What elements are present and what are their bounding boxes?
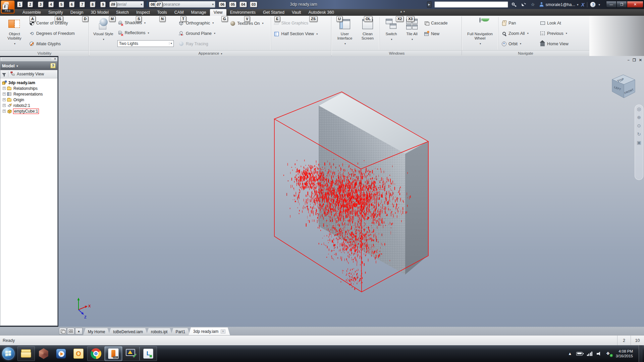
expand-plus-icon[interactable]: + xyxy=(3,98,6,101)
assembly-view-toggle[interactable]: Assembly View xyxy=(17,72,44,76)
user-account-button[interactable]: smorale1@ha... ▾ xyxy=(539,2,579,7)
view-cube[interactable]: TOP LEFT FRONT xyxy=(612,75,635,98)
browser-grip[interactable]: ✕ xyxy=(0,57,57,61)
tree-item[interactable]: + Origin xyxy=(1,97,57,103)
tree-item[interactable]: + Relationships xyxy=(1,85,57,91)
qat-button[interactable]: 4 xyxy=(48,1,55,8)
close-button[interactable]: ✕ xyxy=(627,1,643,8)
navbar-lookat-icon[interactable]: ▣ xyxy=(637,140,641,145)
object-visibility-button[interactable]: Object Visibility ▾ xyxy=(2,17,27,50)
look-at-button[interactable]: Look At xyxy=(540,20,587,26)
tab-cam[interactable]: CAM xyxy=(171,9,187,16)
new-window-button[interactable]: ✱ New xyxy=(424,31,460,37)
tab-design[interactable]: Design xyxy=(67,9,87,16)
application-menu-button[interactable]: PRO F xyxy=(1,0,15,14)
doc-minimize-icon[interactable]: – xyxy=(628,58,630,62)
tab-tobederived[interactable]: toBeDerived.iam xyxy=(108,328,148,335)
home-view-button[interactable]: Home View xyxy=(540,41,587,47)
tree-root-item[interactable]: 3dp ready.iam xyxy=(1,80,57,85)
qat-button[interactable]: 05 xyxy=(229,1,236,8)
ray-tracing-button[interactable]: Ray Tracing xyxy=(178,41,228,47)
zoom-all-button[interactable]: Zoom All▾ xyxy=(501,31,538,36)
degrees-of-freedom-button[interactable]: ⟲ Degrees of Freedom xyxy=(29,31,87,36)
appearance-browser-button[interactable]: 08 xyxy=(147,1,154,8)
imate-glyphs-button[interactable]: iMate Glyphs xyxy=(29,41,87,47)
tab-tools[interactable]: Tools xyxy=(154,9,171,16)
doc-close-icon[interactable]: ✕ xyxy=(639,58,642,62)
tab-3d-model[interactable]: 3D Model xyxy=(87,9,113,16)
qat-button[interactable]: 1 xyxy=(17,1,24,8)
tab-view[interactable]: View xyxy=(210,9,226,16)
tab-vault[interactable]: Vault xyxy=(288,9,305,16)
tile-all-button[interactable]: Tile All ▾ xyxy=(402,17,422,50)
minimize-button[interactable]: — xyxy=(606,1,616,8)
expand-arrow-icon[interactable]: ▶ xyxy=(427,1,432,8)
half-section-view-button[interactable]: Half Section View▾ xyxy=(274,31,329,37)
qat-button[interactable]: 03 xyxy=(250,1,257,8)
doc-restore-icon[interactable]: ❐ xyxy=(633,58,636,62)
satellite-dish-icon[interactable] xyxy=(520,2,527,8)
tab-robots[interactable]: robots.ipt xyxy=(146,328,172,335)
speaker-icon[interactable] xyxy=(597,352,602,356)
qat-button[interactable]: 6 xyxy=(69,1,76,8)
navbar-zoom-icon[interactable]: ⊙ xyxy=(637,123,641,128)
orbit-button[interactable]: Orbit▾ xyxy=(501,41,538,47)
qat-button[interactable]: 9 xyxy=(100,1,107,8)
tab-simplify[interactable]: Simplify xyxy=(45,9,67,16)
tab-assemble[interactable]: Assemble xyxy=(19,9,45,16)
shadows-button[interactable]: ✕ Shadows▾ xyxy=(117,20,176,26)
battery-plug-icon[interactable] xyxy=(576,352,583,356)
reflections-button[interactable]: ✕ Reflections▾ xyxy=(117,30,176,36)
pan-button[interactable]: Pan xyxy=(501,20,538,26)
browser-header[interactable]: Model ▼ ? xyxy=(0,61,57,70)
restore-button[interactable]: ❐ xyxy=(616,1,627,8)
navbar-orbit-icon[interactable]: ↻ xyxy=(637,132,641,136)
cascade-button[interactable]: Cascade xyxy=(424,20,460,26)
tree-item-selected[interactable]: + emptyCube:1 xyxy=(1,108,57,114)
tab-get-started[interactable]: Get Started xyxy=(259,9,288,16)
qat-button[interactable]: 3 xyxy=(38,1,45,8)
switch-button[interactable]: Switch ▾ xyxy=(379,17,400,50)
taskbar-polyhedron-app-button[interactable] xyxy=(35,346,52,361)
tab-inspect[interactable]: Inspect xyxy=(132,9,153,16)
material-combo[interactable]: Material ▾ 09 xyxy=(110,1,144,8)
taskbar-system-utility-button[interactable]: ✓ xyxy=(122,346,140,361)
show-desktop-button[interactable] xyxy=(639,345,643,362)
exchange-apps-icon[interactable]: X xyxy=(581,2,584,7)
close-icon[interactable]: ✕ xyxy=(54,57,56,61)
previous-view-button[interactable]: ← Previous▾ xyxy=(540,31,587,36)
qat-button[interactable]: 04 xyxy=(239,1,247,8)
user-interface-button[interactable]: User Interface ▾ xyxy=(334,17,356,50)
help-icon[interactable]: ? xyxy=(50,63,56,68)
expand-plus-icon[interactable]: + xyxy=(3,110,6,113)
expand-tabs-button[interactable]: ▲ xyxy=(75,328,83,335)
tree-item[interactable]: + Representations xyxy=(1,91,57,97)
dropbox-icon[interactable]: ❖✓ xyxy=(606,351,611,356)
start-button[interactable] xyxy=(2,347,15,360)
clean-screen-button[interactable]: Clean Screen xyxy=(358,17,377,50)
taskbar-lync-button[interactable]: L xyxy=(140,346,157,361)
qat-button[interactable]: 5 xyxy=(58,1,66,8)
panel-label[interactable]: Windows xyxy=(332,50,462,56)
help-button[interactable]: ? xyxy=(590,2,596,7)
tile-documents-button[interactable] xyxy=(67,328,74,335)
tab-environments[interactable]: Environments xyxy=(226,9,259,16)
filter-icon[interactable] xyxy=(2,73,6,75)
visual-style-button[interactable]: Visual Style ▾ xyxy=(91,17,115,50)
panel-label[interactable]: Appearance ▾ xyxy=(89,50,331,56)
chevron-down-icon[interactable]: ▾ xyxy=(598,3,600,6)
tree-item[interactable]: + robots2:1 xyxy=(1,103,57,108)
taskbar-media-player-button[interactable] xyxy=(52,346,70,361)
tray-expand-icon[interactable]: ▲ xyxy=(568,351,572,356)
tab-part1[interactable]: Part1 xyxy=(171,328,190,335)
tab-manage[interactable]: Manage xyxy=(187,9,210,16)
tab-sketch[interactable]: Sketch xyxy=(112,9,132,16)
expand-plus-icon[interactable]: + xyxy=(3,93,6,96)
cascade-documents-button[interactable] xyxy=(59,328,66,335)
tab-autodesk-360[interactable]: Autodesk 360 xyxy=(305,9,338,16)
panel-label[interactable]: Visibility xyxy=(0,50,89,56)
search-input[interactable] xyxy=(434,1,508,8)
taskbar-explorer-button[interactable] xyxy=(17,346,35,361)
navigation-wheel-button[interactable]: Full Navigation Wheel ▾ xyxy=(464,17,496,50)
clock[interactable]: 4:08 PM 3/16/2015 xyxy=(616,349,634,358)
